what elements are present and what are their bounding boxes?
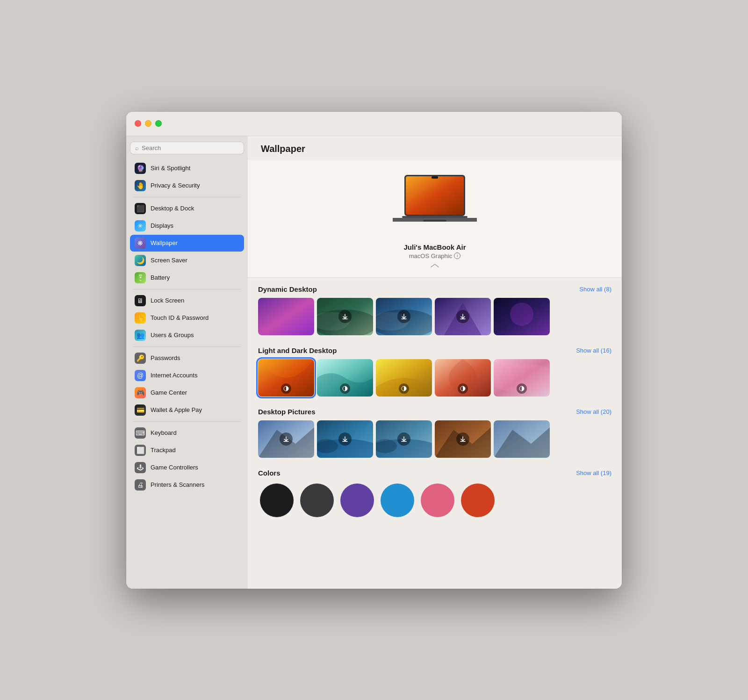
sidebar-item-gamecenter[interactable]: 🎮Game Center — [130, 384, 244, 401]
wallpaper-thumb-ld5[interactable] — [494, 359, 550, 397]
sidebar-item-battery[interactable]: 🔋Battery — [130, 269, 244, 286]
wallpaper-thumb-c2[interactable] — [298, 482, 336, 519]
sidebar-divider — [134, 289, 240, 289]
wallpaper-thumb-dd2[interactable] — [317, 298, 373, 335]
wallpaper-grid-colors — [258, 482, 611, 519]
wallpaper-thumb-c3[interactable] — [338, 482, 376, 519]
sidebar-label-siri: Siri & Spotlight — [151, 165, 190, 172]
search-box[interactable]: ⌕ — [130, 142, 244, 154]
section-title-colors: Colors — [258, 469, 280, 477]
sidebar-label-wallpaper: Wallpaper — [151, 239, 178, 246]
maximize-button[interactable] — [155, 120, 162, 127]
displays-icon: ✳ — [135, 220, 146, 231]
info-icon[interactable]: i — [454, 253, 460, 259]
sidebar-item-privacy[interactable]: 🤚Privacy & Security — [130, 177, 244, 194]
lockscreen-icon: 🖥 — [135, 295, 146, 306]
wallpaper-thumb-dd1[interactable] — [258, 298, 314, 335]
main-panel: Wallpaper — [248, 136, 622, 589]
settings-window: ⌕ 🔮Siri & Spotlight🤚Privacy & Security⬛D… — [126, 112, 622, 589]
wallpaper-thumb-c6[interactable] — [459, 482, 496, 519]
show-all-light-dark[interactable]: Show all (16) — [576, 347, 611, 354]
sidebar-item-touchid[interactable]: 👆Touch ID & Password — [130, 310, 244, 326]
wallpaper-thumb-dp4[interactable] — [435, 420, 491, 458]
sidebar-divider — [134, 346, 240, 347]
device-name: Juli's MacBook Air — [403, 243, 466, 251]
wallpaper-thumb-dd4[interactable] — [435, 298, 491, 335]
siri-icon: 🔮 — [135, 163, 146, 174]
day-night-icon — [399, 383, 409, 394]
desktop-dock-icon: ⬛ — [135, 203, 146, 214]
sidebar-label-desktop-dock: Desktop & Dock — [151, 205, 194, 212]
section-title-desktop-pictures: Desktop Pictures — [258, 408, 316, 416]
device-preview: Juli's MacBook Air macOS Graphic i — [248, 160, 622, 278]
svg-rect-4 — [402, 216, 468, 218]
wallpaper-thumb-c1[interactable] — [258, 482, 295, 519]
gamecontrollers-icon: 🕹 — [135, 462, 146, 473]
sidebar-label-keyboard: Keyboard — [151, 429, 177, 436]
download-icon — [338, 310, 352, 323]
sidebar-item-keyboard[interactable]: ⌨Keyboard — [130, 425, 244, 441]
sidebar-item-gamecontrollers[interactable]: 🕹Game Controllers — [130, 459, 244, 476]
wallpaper-icon: ❋ — [135, 238, 146, 249]
wallpaper-thumb-dp3[interactable] — [376, 420, 432, 458]
section-light-dark: Light and Dark DesktopShow all (16) — [258, 346, 611, 397]
sidebar-label-privacy: Privacy & Security — [151, 182, 200, 189]
close-button[interactable] — [135, 120, 141, 127]
wallpaper-thumb-ld3[interactable] — [376, 359, 432, 397]
sidebar-item-internet[interactable]: @Internet Accounts — [130, 367, 244, 384]
privacy-icon: 🤚 — [135, 180, 146, 191]
sidebar-item-siri[interactable]: 🔮Siri & Spotlight — [130, 160, 244, 177]
wallpaper-thumb-dp1[interactable] — [258, 420, 314, 458]
show-all-desktop-pictures[interactable]: Show all (20) — [576, 408, 611, 415]
svg-point-51 — [381, 484, 414, 517]
sidebar-item-wallpaper[interactable]: ❋Wallpaper — [130, 235, 244, 252]
sidebar-divider — [134, 421, 240, 422]
download-icon — [397, 433, 410, 446]
wallpaper-thumb-ld1[interactable] — [258, 359, 314, 397]
sidebar-item-printers[interactable]: 🖨Printers & Scanners — [130, 476, 244, 493]
sidebar-label-lockscreen: Lock Screen — [151, 297, 184, 304]
internet-icon: @ — [135, 370, 146, 381]
wallpaper-thumb-ld2[interactable] — [317, 359, 373, 397]
sidebar-item-displays[interactable]: ✳Displays — [130, 217, 244, 234]
sidebar-item-lockscreen[interactable]: 🖥Lock Screen — [130, 292, 244, 309]
svg-rect-3 — [432, 176, 438, 179]
section-desktop-pictures: Desktop PicturesShow all (20) — [258, 408, 611, 458]
sidebar-label-battery: Battery — [151, 274, 170, 281]
svg-point-50 — [340, 484, 374, 517]
sidebar-item-passwords[interactable]: 🔑Passwords — [130, 350, 244, 367]
keyboard-icon: ⌨ — [135, 427, 146, 439]
sidebar-item-users[interactable]: 👥Users & Groups — [130, 327, 244, 344]
sidebar-item-trackpad[interactable]: ⬜Trackpad — [130, 442, 244, 459]
svg-point-48 — [260, 484, 294, 517]
download-icon — [397, 310, 410, 323]
wallet-icon: 💳 — [135, 404, 146, 416]
wallpaper-thumb-ld4[interactable] — [435, 359, 491, 397]
sidebar-item-wallet[interactable]: 💳Wallet & Apple Pay — [130, 402, 244, 419]
printers-icon: 🖨 — [135, 479, 146, 491]
sidebar-label-gamecontrollers: Game Controllers — [151, 464, 198, 471]
search-input[interactable] — [142, 144, 239, 152]
sidebar-label-displays: Displays — [151, 222, 173, 229]
wallpaper-thumb-c4[interactable] — [379, 482, 416, 519]
day-night-icon — [458, 383, 468, 394]
section-dynamic: Dynamic DesktopShow all (8) — [258, 285, 611, 335]
day-night-icon — [340, 383, 350, 394]
wallpaper-thumb-dp2[interactable] — [317, 420, 373, 458]
show-all-colors[interactable]: Show all (19) — [576, 469, 611, 476]
wallpaper-thumb-dd5[interactable] — [494, 298, 550, 335]
svg-rect-7 — [258, 298, 314, 335]
minimize-button[interactable] — [145, 120, 151, 127]
chevron-up-icon[interactable] — [430, 263, 439, 268]
section-header-colors: ColorsShow all (19) — [258, 469, 611, 477]
show-all-dynamic[interactable]: Show all (8) — [579, 286, 611, 293]
sidebar-item-screensaver[interactable]: 🌙Screen Saver — [130, 252, 244, 269]
sidebar-label-internet: Internet Accounts — [151, 372, 197, 379]
sidebar-item-desktop-dock[interactable]: ⬛Desktop & Dock — [130, 200, 244, 217]
wallpaper-thumb-c5[interactable] — [419, 482, 456, 519]
section-header-desktop-pictures: Desktop PicturesShow all (20) — [258, 408, 611, 416]
wallpaper-thumb-dd3[interactable] — [376, 298, 432, 335]
download-icon — [280, 433, 293, 446]
section-header-light-dark: Light and Dark DesktopShow all (16) — [258, 346, 611, 354]
wallpaper-thumb-dp5[interactable] — [494, 420, 550, 458]
